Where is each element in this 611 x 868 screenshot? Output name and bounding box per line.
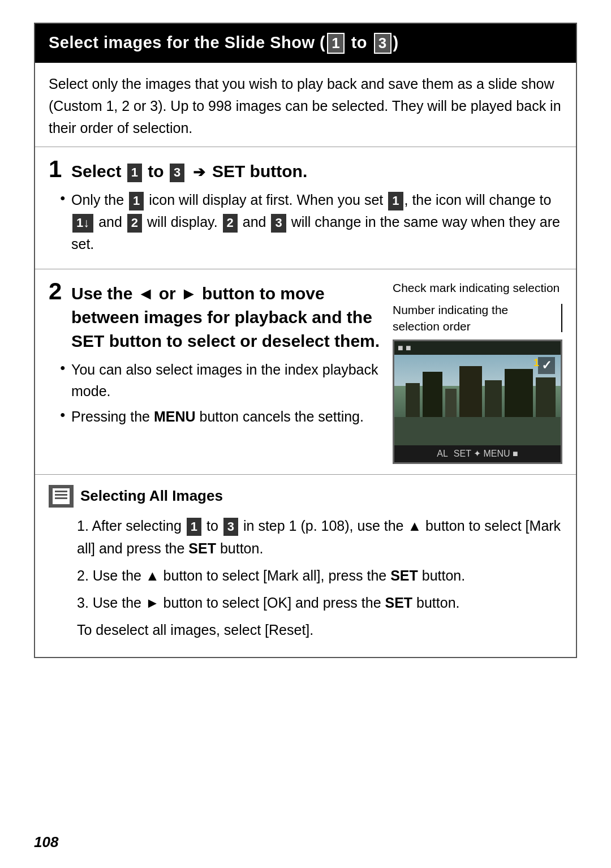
title-text: Select images for the Slide Show ( xyxy=(49,33,325,51)
camera-screen: ■ ■ xyxy=(393,340,562,464)
intro-text: Select only the images that you wish to … xyxy=(35,63,576,147)
step1-icon1: 1 xyxy=(127,164,142,182)
camera-number: 1 xyxy=(533,357,539,369)
note-section: Selecting All Images 1. After selecting … xyxy=(35,475,576,657)
page-container: Select images for the Slide Show (1 to 3… xyxy=(0,0,611,737)
main-content-box: Select images for the Slide Show (1 to 3… xyxy=(34,23,577,658)
step2-title: Use the ◄ or ► button to move between im… xyxy=(71,280,381,353)
ns1-icon1: 1 xyxy=(187,518,201,536)
b1-icon5: 2 xyxy=(223,214,238,233)
toolbar-set: SET ✦ MENU ■ xyxy=(454,448,518,459)
title-icon2: 3 xyxy=(374,33,391,54)
step2-section: 2 Use the ◄ or ► button to move between … xyxy=(35,269,576,475)
image-annotations: Check mark indicating selection Number i… xyxy=(393,280,562,335)
note-step2: 2. Use the ▲ button to select [Mark all]… xyxy=(77,564,562,587)
b1-icon2: 1 xyxy=(388,192,403,210)
section-title: Select images for the Slide Show (1 to 3… xyxy=(35,24,576,63)
building2 xyxy=(423,372,442,417)
step2-bullet2: Pressing the MENU button cancels the set… xyxy=(60,406,381,428)
step2-number: 2 xyxy=(49,280,66,303)
building1 xyxy=(406,383,420,417)
step1-section: 1 Select 1 to 3 ➔ SET button. Only the 1… xyxy=(35,147,576,269)
camera-top-bar: ■ ■ xyxy=(394,341,561,355)
number-label: Number indicating the selection order xyxy=(393,302,557,335)
b1-icon4: 2 xyxy=(127,214,142,233)
ns1-icon2: 3 xyxy=(223,518,238,536)
note-steps: 1. After selecting 1 to 3 in step 1 (p. … xyxy=(77,514,562,641)
checkmark-label: Check mark indicating selection xyxy=(393,280,560,296)
icon-line3 xyxy=(55,497,67,499)
step1-bullets: Only the 1 icon will display at first. W… xyxy=(60,189,562,255)
step2-header: 2 Use the ◄ or ► button to move between … xyxy=(49,280,381,353)
note-icon xyxy=(49,485,74,508)
camera-toolbar: AL SET ✦ MENU ■ xyxy=(394,445,561,462)
b1-icon3: 1↓ xyxy=(72,214,93,233)
building7 xyxy=(536,377,556,417)
building6 xyxy=(505,369,533,417)
note-step3: 3. Use the ► button to select [OK] and p… xyxy=(77,591,562,614)
note-title: Selecting All Images xyxy=(80,487,223,505)
step2-image-area: Check mark indicating selection Number i… xyxy=(393,280,562,464)
camera-top-info: ■ ■ xyxy=(398,343,411,353)
note-step1: 1. After selecting 1 to 3 in step 1 (p. … xyxy=(77,514,562,560)
camera-checkmark: ✓ xyxy=(538,357,555,374)
intro-paragraph: Select only the images that you wish to … xyxy=(49,76,561,136)
step1-set: SET button. xyxy=(212,162,307,181)
annotation-checkmark: Check mark indicating selection xyxy=(393,280,562,296)
step2-bullets: You can also select images in the index … xyxy=(60,359,381,428)
step1-arrow: ➔ xyxy=(193,162,205,182)
title-to: to xyxy=(346,33,372,51)
building5 xyxy=(485,380,502,417)
step1-bullet1: Only the 1 icon will display at first. W… xyxy=(60,189,562,255)
step2-bullet1: You can also select images in the index … xyxy=(60,359,381,403)
icon-line1 xyxy=(55,491,67,492)
icon-line2 xyxy=(55,494,67,496)
b1-icon1: 1 xyxy=(129,192,144,210)
title-close: ) xyxy=(393,33,399,51)
step1-to: to xyxy=(148,162,169,181)
note-deselect: To deselect all images, select [Reset]. xyxy=(77,618,562,641)
note-header: Selecting All Images xyxy=(49,485,562,508)
title-icon1: 1 xyxy=(327,33,345,54)
building4 xyxy=(459,366,482,417)
page-number: 108 xyxy=(34,833,58,851)
building3 xyxy=(445,389,457,417)
step1-header: 1 Select 1 to 3 ➔ SET button. xyxy=(49,157,562,183)
step2-text-area: 2 Use the ◄ or ► button to move between … xyxy=(49,280,381,464)
annotation-line-graphic xyxy=(561,304,562,332)
note-icon-inner xyxy=(53,488,70,504)
toolbar-al: AL xyxy=(437,449,448,459)
b1-icon6: 3 xyxy=(271,214,286,233)
step1-title: Select 1 to 3 ➔ SET button. xyxy=(71,157,307,183)
step1-icon2: 3 xyxy=(170,164,184,182)
step1-number: 1 xyxy=(49,157,66,181)
step2-content: 2 Use the ◄ or ► button to move between … xyxy=(49,280,562,464)
